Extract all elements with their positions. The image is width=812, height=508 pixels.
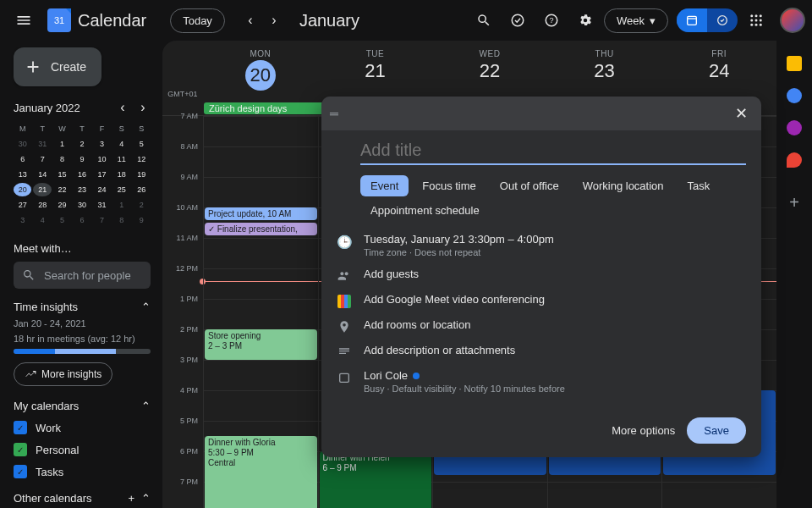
mini-cal-day[interactable]: 31 <box>33 137 51 151</box>
mini-cal-day[interactable]: 4 <box>112 137 130 151</box>
day-header[interactable]: WED22 <box>432 49 547 98</box>
event-title-input[interactable] <box>360 137 746 165</box>
mini-cal-day[interactable]: 13 <box>14 168 31 181</box>
mini-cal-day[interactable]: 30 <box>73 198 91 212</box>
search-people-input[interactable]: Search for people <box>14 262 151 289</box>
mini-cal-day[interactable]: 8 <box>112 213 130 227</box>
mini-cal-day[interactable]: 7 <box>93 213 111 227</box>
mini-cal-day[interactable]: 24 <box>93 183 111 196</box>
collapse-icon[interactable]: ⌃ <box>141 492 151 505</box>
event-type-tab[interactable]: Focus time <box>412 175 486 196</box>
tasks-icon[interactable] <box>502 5 533 36</box>
next-week-button[interactable]: › <box>262 8 286 32</box>
mini-cal-day[interactable]: 25 <box>112 183 130 196</box>
day-header[interactable]: THU23 <box>547 49 662 98</box>
event-type-tab[interactable]: Appointment schedule <box>360 200 490 221</box>
mini-cal-day[interactable]: 27 <box>14 198 31 212</box>
settings-icon[interactable] <box>570 5 601 36</box>
event-type-tab[interactable]: Task <box>678 175 721 196</box>
add-calendar-button[interactable]: + <box>128 492 134 505</box>
calendar-event[interactable]: ✓ Finalize presentation, 10… <box>205 223 317 235</box>
mini-cal-day[interactable]: 5 <box>53 213 71 227</box>
mini-cal-day[interactable]: 15 <box>53 168 71 181</box>
calendar-view-button[interactable] <box>677 8 707 32</box>
drag-handle-icon[interactable]: ═ <box>330 107 338 120</box>
mini-cal-day[interactable]: 26 <box>133 183 151 196</box>
event-type-tab[interactable]: Out of office <box>490 175 569 196</box>
mini-cal-day[interactable]: 6 <box>14 152 31 166</box>
mini-cal-day[interactable]: 1 <box>53 137 71 151</box>
calendar-toggle[interactable]: ✓Work <box>14 421 151 434</box>
mini-cal-day[interactable]: 29 <box>53 198 71 212</box>
mini-cal-day[interactable]: 1 <box>112 198 130 212</box>
account-avatar[interactable] <box>780 8 805 33</box>
close-dialog-button[interactable]: ✕ <box>729 102 753 125</box>
mini-cal-prev[interactable]: ‹ <box>115 100 130 115</box>
google-apps-icon[interactable] <box>741 5 771 36</box>
prev-week-button[interactable]: ‹ <box>239 8 262 32</box>
mini-cal-day[interactable]: 9 <box>73 152 91 166</box>
calendar-event[interactable]: Store opening2 – 3 PM <box>205 329 317 360</box>
mini-cal-day[interactable]: 7 <box>33 152 51 166</box>
day-header[interactable]: TUE21 <box>318 49 433 98</box>
mini-cal-day[interactable]: 5 <box>133 137 151 151</box>
maps-icon[interactable] <box>787 152 802 168</box>
mini-cal-day[interactable]: 2 <box>73 137 91 151</box>
mini-cal-day[interactable]: 2 <box>133 198 151 212</box>
create-button[interactable]: Create <box>14 47 102 86</box>
add-guests-button[interactable]: Add guests <box>364 268 419 280</box>
save-button[interactable]: Save <box>687 417 746 444</box>
mini-cal-day[interactable]: 12 <box>133 152 151 166</box>
search-icon[interactable] <box>469 5 499 36</box>
collapse-icon[interactable]: ⌃ <box>141 400 151 412</box>
insights-hours: 18 hr in meetings (avg: 12 hr) <box>14 334 151 344</box>
day-header[interactable]: MON20 <box>203 49 318 98</box>
mini-cal-day[interactable]: 14 <box>33 168 51 181</box>
tasks-rail-icon[interactable] <box>787 88 802 103</box>
calendar-event[interactable]: Project update, 10 AM <box>205 207 317 220</box>
add-description-button[interactable]: Add description or attachments <box>364 344 515 356</box>
mini-cal-next[interactable]: › <box>135 100 151 115</box>
calendar-toggle[interactable]: ✓Personal <box>14 443 151 456</box>
mini-cal-day[interactable]: 22 <box>53 183 71 196</box>
mini-cal-day[interactable]: 4 <box>33 213 51 227</box>
main-menu-button[interactable] <box>7 3 41 37</box>
help-icon[interactable]: ? <box>536 5 567 36</box>
mini-cal-day[interactable]: 3 <box>93 137 111 151</box>
mini-cal-day[interactable]: 10 <box>93 152 111 166</box>
mini-cal-day[interactable]: 9 <box>133 213 151 227</box>
calendar-toggle[interactable]: ✓Tasks <box>14 465 151 478</box>
view-selector[interactable]: Week▾ <box>604 8 668 33</box>
mini-cal-day[interactable]: 3 <box>14 213 31 227</box>
add-panel-button[interactable]: + <box>789 193 799 213</box>
mini-cal-day[interactable]: 17 <box>93 168 111 181</box>
mini-cal-day[interactable]: 28 <box>33 198 51 212</box>
mini-cal-day[interactable]: 19 <box>133 168 151 181</box>
mini-cal-day[interactable]: 21 <box>33 183 51 196</box>
mini-cal-day[interactable]: 20 <box>14 183 31 196</box>
event-type-tab[interactable]: Working location <box>573 175 674 196</box>
keep-icon[interactable] <box>787 56 802 71</box>
more-insights-button[interactable]: More insights <box>14 362 112 386</box>
day-column[interactable]: Project update, 10 AM✓ Finalize presenta… <box>203 116 318 508</box>
contacts-icon[interactable] <box>787 120 802 135</box>
mini-cal-day[interactable]: 8 <box>53 152 71 166</box>
collapse-icon[interactable]: ⌃ <box>141 301 151 313</box>
mini-cal-day[interactable]: 6 <box>73 213 91 227</box>
add-meet-button[interactable]: Add Google Meet video conferencing <box>364 293 545 306</box>
mini-cal-day[interactable]: 16 <box>73 168 91 181</box>
day-header[interactable]: FRI24 <box>661 49 776 98</box>
mini-cal-day[interactable]: 23 <box>73 183 91 196</box>
more-options-button[interactable]: More options <box>612 424 675 437</box>
tasks-view-button[interactable] <box>707 8 738 32</box>
today-button[interactable]: Today <box>170 8 225 33</box>
event-type-tab[interactable]: Event <box>360 175 409 196</box>
mini-cal-day[interactable]: 18 <box>112 168 130 181</box>
calendar-event[interactable]: Dinner with Gloria5:30 – 9 PMCentral <box>205 436 317 508</box>
mini-cal-day[interactable]: 11 <box>112 152 130 166</box>
mini-cal-day[interactable]: 31 <box>93 198 111 212</box>
event-datetime[interactable]: Tuesday, January 21 3:30pm – 4:00pm <box>364 233 554 246</box>
calendar-event[interactable]: Dinner with Helen6 – 9 PM <box>320 451 432 508</box>
add-location-button[interactable]: Add rooms or location <box>364 318 470 331</box>
mini-cal-day[interactable]: 30 <box>14 137 31 151</box>
